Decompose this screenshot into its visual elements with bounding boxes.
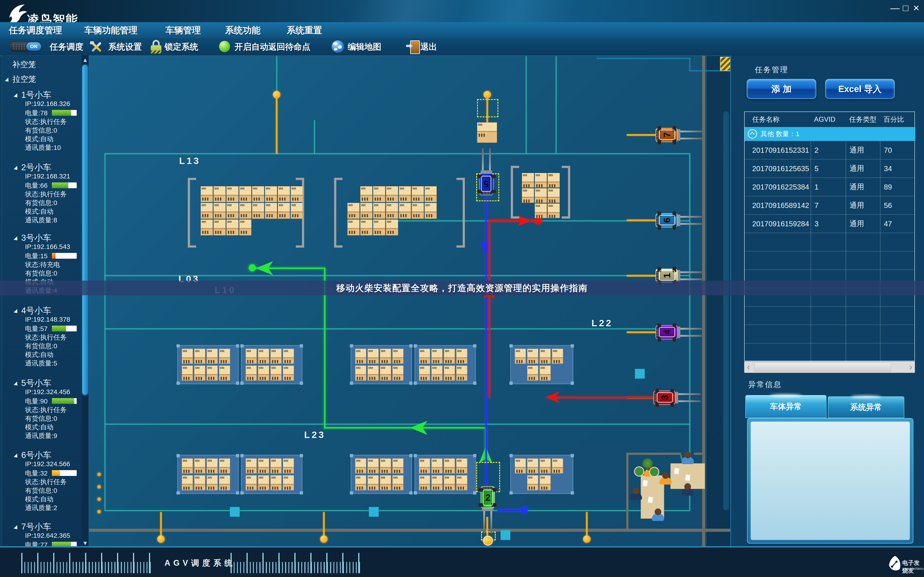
menu-item-1[interactable]: 车辆功能管理: [84, 24, 137, 36]
vehicle-status: 状态:执行任务: [25, 117, 67, 126]
toolbar-edit-map[interactable]: 编辑地图: [348, 41, 381, 53]
task-row-0[interactable]: 201709161523312通用70: [745, 141, 914, 159]
sidebar-scrollbar-thumb[interactable]: [82, 65, 88, 395]
task-row-empty: [745, 325, 914, 343]
cargo-box: [283, 366, 294, 380]
task-row-empty: [745, 251, 914, 269]
sidebar-vehicle-3[interactable]: 3号小车: [14, 232, 51, 243]
menu-item-2[interactable]: 车辆管理: [165, 24, 201, 36]
footer-system-name: AGV调度系统: [164, 558, 235, 569]
column-header-1: AGVID: [811, 112, 846, 127]
agv-3[interactable]: 3: [653, 390, 701, 405]
agv-5[interactable]: 5: [479, 147, 494, 195]
brand-leaf-icon: [888, 556, 901, 572]
toolbar-lock-system[interactable]: 锁定系统: [164, 41, 198, 53]
pallet-knob: [571, 382, 574, 385]
task-row-3[interactable]: 201709165891427通用56: [745, 196, 914, 214]
agv-4[interactable]: 4: [656, 325, 704, 340]
person-head: [632, 488, 639, 494]
agv-grille: [656, 271, 659, 280]
excel-import-button[interactable]: Excel 导入: [825, 79, 895, 99]
dock-stem: [323, 512, 325, 537]
agv-fork: [681, 131, 703, 132]
agv-fork: [681, 223, 703, 225]
cargo-box: [355, 366, 366, 380]
toolbar-task-schedule[interactable]: 任务调度: [50, 41, 83, 53]
menu-item-0[interactable]: 任务调度管理: [9, 24, 62, 36]
agv-2[interactable]: 2: [480, 486, 495, 534]
vehicle-ip: IP:192.168.326: [25, 100, 70, 108]
task-cell: 1: [811, 178, 846, 196]
agv-mast: [676, 392, 678, 403]
task-row-1[interactable]: 201709161256355通用34: [745, 159, 914, 177]
tab-vehicle-exception[interactable]: 车体异常: [745, 395, 826, 418]
agv-7[interactable]: 7: [656, 127, 704, 142]
sidebar-group-refill[interactable]: 补空笼: [12, 59, 36, 70]
agv-fork: [489, 148, 491, 171]
cargo-box: [271, 349, 282, 364]
group-collapse-icon[interactable]: [748, 129, 757, 139]
sidebar-vehicle-2[interactable]: 2号小车: [14, 162, 51, 173]
sidebar-vehicle-5[interactable]: 5号小车: [14, 377, 51, 389]
task-group-row[interactable]: 其他 数量：1: [745, 127, 915, 141]
menu-item-3[interactable]: 系统功能: [225, 24, 261, 36]
rack-bracket: [562, 166, 570, 168]
task-cell: [811, 251, 846, 270]
horizontal-road: [89, 529, 730, 532]
zone-label-L13: L13: [179, 156, 200, 166]
task-cell: [846, 251, 880, 270]
dock-point: [484, 91, 491, 98]
sidebar-scroll-up[interactable]: ▲: [82, 55, 89, 64]
agv-number: 6: [662, 218, 672, 222]
minimize-button[interactable]: —: [890, 3, 900, 13]
vehicle-battery-bar: [52, 253, 77, 259]
close-button[interactable]: ×: [911, 3, 921, 13]
task-row-2[interactable]: 201709162253841通用89: [745, 177, 914, 196]
office-person: [630, 488, 642, 500]
hscroll-left-arrow[interactable]: ‹: [747, 363, 750, 371]
cargo-box: [431, 475, 442, 490]
sidebar-vehicle-7[interactable]: 7号小车: [14, 521, 51, 532]
vehicle-battery: 电量:32: [25, 469, 48, 478]
vehicle-battery-bar: [52, 182, 77, 188]
cargo-box: [386, 219, 398, 235]
vehicle-ip: IP:192.166.543: [25, 243, 70, 250]
sidebar-group-pull[interactable]: 拉空笼: [5, 74, 36, 85]
cargo-box: [258, 458, 269, 474]
agv-6[interactable]: 6: [656, 213, 704, 228]
add-task-button[interactable]: 添 加: [747, 79, 816, 99]
agv-fork: [681, 279, 703, 280]
cargo-box: [271, 475, 282, 490]
sidebar-vehicle-6[interactable]: 6号小车: [14, 450, 51, 461]
sidebar-vehicle-4[interactable]: 4号小车: [14, 305, 51, 316]
task-table-hscrollbar[interactable]: ‹ ›: [744, 361, 915, 373]
edit-map-globe-icon: [332, 40, 344, 53]
cargo-box: [368, 349, 379, 364]
toolbar-auto-return[interactable]: 开启自动返回待命点: [235, 41, 310, 53]
cargo-box: [182, 458, 193, 474]
tab-system-exception[interactable]: 系统异常: [828, 396, 904, 418]
agv-dispatch-app: 凌鸟智能 Linhircom — □ × 任务调度管理车辆功能管理车辆管理系统功…: [0, 0, 924, 577]
task-row-4[interactable]: 201709161592843通用47: [745, 214, 914, 233]
task-cell: 20170916589142: [745, 196, 811, 214]
toolbar-system-settings[interactable]: 系统设置: [108, 41, 142, 53]
hscroll-thumb[interactable]: [755, 363, 891, 372]
menu-item-4[interactable]: 系统重置: [287, 24, 322, 36]
task-cell: [811, 233, 846, 251]
cargo-box: [182, 366, 193, 380]
cargo-box: [239, 203, 252, 219]
task-panel-title: 任务管理: [755, 65, 789, 75]
agv-fork: [681, 216, 703, 218]
maximize-button[interactable]: □: [901, 3, 910, 13]
hscroll-right-arrow[interactable]: ›: [909, 363, 912, 371]
pallet-rack: [351, 345, 412, 384]
task-schedule-toggle[interactable]: ON: [9, 41, 42, 52]
edge-beacon-dot: [97, 510, 101, 513]
task-cell: [745, 325, 811, 343]
sidebar-vehicle-1[interactable]: 1号小车: [14, 89, 51, 101]
cargo-box: [252, 186, 264, 202]
cargo-box: [527, 475, 538, 490]
toolbar-exit[interactable]: 退出: [420, 41, 437, 53]
task-cell: 5: [811, 160, 846, 178]
task-cell: 56: [880, 196, 915, 214]
